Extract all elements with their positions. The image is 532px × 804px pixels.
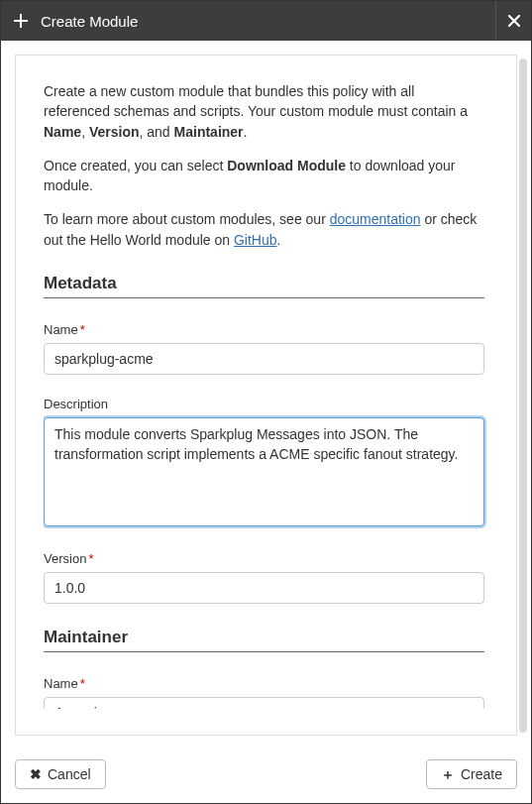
create-button-label: Create <box>461 766 502 782</box>
maintainer-name-label: Name* <box>44 676 484 691</box>
maintainer-name-input[interactable] <box>44 697 484 709</box>
field-version: Version* <box>44 551 484 604</box>
section-maintainer-title: Maintainer <box>44 628 484 647</box>
divider <box>44 651 484 652</box>
intro-paragraph-3: To learn more about custom modules, see … <box>44 209 484 250</box>
close-icon <box>508 15 520 27</box>
divider <box>44 297 484 298</box>
field-name: Name* <box>44 322 484 375</box>
dialog-body: Create a new custom module that bundles … <box>1 41 531 749</box>
name-label: Name* <box>44 322 484 337</box>
description-label: Description <box>44 397 484 411</box>
documentation-link[interactable]: documentation <box>330 211 421 227</box>
create-button[interactable]: ＋ Create <box>426 759 517 789</box>
create-module-dialog: Create Module Create a new custom module… <box>0 0 532 804</box>
dialog-footer: ✖ Cancel ＋ Create <box>1 749 531 803</box>
version-input[interactable] <box>44 572 484 604</box>
field-description: Description This module converts Sparkpl… <box>44 397 484 529</box>
name-input[interactable] <box>44 343 484 375</box>
required-marker: * <box>88 551 93 566</box>
intro-paragraph-1: Create a new custom module that bundles … <box>44 81 484 142</box>
scrollbar[interactable] <box>519 58 527 733</box>
dialog-title: Create Module <box>41 13 495 30</box>
plus-icon <box>13 13 29 29</box>
required-marker: * <box>80 676 85 691</box>
github-link[interactable]: GitHub <box>234 232 277 248</box>
version-label: Version* <box>44 551 484 566</box>
content-panel: Create a new custom module that bundles … <box>15 55 517 736</box>
close-button[interactable] <box>495 1 531 41</box>
section-metadata-title: Metadata <box>44 274 484 293</box>
cancel-button[interactable]: ✖ Cancel <box>15 759 106 789</box>
x-icon: ✖ <box>30 767 42 781</box>
description-textarea[interactable]: This module converts Sparkplug Messages … <box>44 417 484 526</box>
cancel-button-label: Cancel <box>48 766 91 782</box>
field-maintainer-name: Name* <box>44 676 484 709</box>
required-marker: * <box>80 322 85 337</box>
plus-icon: ＋ <box>441 767 455 781</box>
dialog-titlebar: Create Module <box>1 1 531 41</box>
intro-paragraph-2: Once created, you can select Download Mo… <box>44 156 484 196</box>
